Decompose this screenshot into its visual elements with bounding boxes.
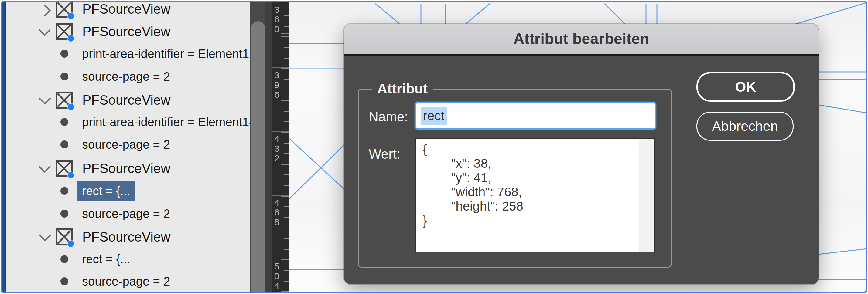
ruler-major-line (272, 259, 288, 259)
attribute-value-textarea[interactable]: { "x": 38, "y": 41, "width": 768, "heigh… (415, 138, 655, 253)
bullet-icon (60, 50, 68, 58)
blue-badge-icon (68, 104, 74, 110)
blue-badge-icon (68, 13, 74, 19)
bullet-icon (60, 210, 68, 218)
tree-node-pfsourceview[interactable]: PFSourceView (6, 2, 250, 20)
tree-attr-row[interactable]: source-page = 2 (6, 202, 250, 225)
tree-node-pfsourceview[interactable]: PFSourceView (6, 89, 250, 111)
ruler-label-432: 432 (274, 134, 282, 163)
source-view-icon (56, 2, 72, 18)
tree-node-label: PFSourceView (82, 161, 170, 176)
attribute-value-json: { "x": 38, "y": 41, "width": 768, "heigh… (416, 139, 639, 252)
tree-attr-label: source-page = 2 (78, 272, 175, 291)
chevron-down-icon[interactable] (38, 230, 51, 243)
bullet-icon (60, 118, 68, 126)
bullet-icon (60, 72, 68, 80)
chevron-down-icon[interactable] (38, 162, 51, 175)
sidebar-scrollbar-track[interactable] (250, 2, 272, 292)
tree-node-label: PFSourceView (82, 229, 170, 244)
bullet-icon (60, 255, 68, 263)
tree-attr-row[interactable]: source-page = 2 (6, 270, 250, 292)
blue-badge-icon (68, 240, 74, 247)
tree-attr-label: source-page = 2 (78, 135, 175, 154)
tree-attr-label: print-area-identifier = Element13 (78, 44, 250, 63)
ruler-label-360: 360 (274, 5, 282, 34)
textarea-scrollbar-track[interactable] (639, 139, 654, 252)
bullet-icon (60, 140, 68, 149)
chevron-down-icon[interactable] (38, 25, 51, 38)
scrollbar-track-edge (266, 2, 272, 292)
ok-button-label: OK (735, 78, 756, 95)
tree-attr-row[interactable]: rect = {... (6, 248, 250, 270)
tree-attr-row[interactable]: source-page = 2 (6, 133, 250, 156)
tree-attr-label-selected: rect = {... (78, 182, 135, 201)
sidebar-scrollbar-thumb[interactable] (251, 21, 265, 292)
bullet-icon (60, 277, 68, 285)
ok-button[interactable]: OK (696, 72, 795, 102)
blue-badge-icon (68, 35, 74, 41)
tree-attr-label: print-area-identifier = Element14 (78, 112, 250, 132)
tree-attr-label: source-page = 2 (78, 204, 175, 223)
groupbox-label: Attribut (372, 80, 433, 97)
tree-attr-label: rect = {... (78, 250, 135, 269)
tree-attr-row-selected[interactable]: rect = {... (6, 179, 250, 202)
window-left-edge (2, 2, 5, 292)
cancel-button-label: Abbrechen (712, 118, 778, 134)
tree-attr-row[interactable]: print-area-identifier = Element13 (6, 42, 250, 65)
ruler-label-396: 396 (274, 70, 282, 100)
source-view-icon (56, 160, 72, 177)
cancel-button[interactable]: Abbrechen (696, 112, 794, 141)
ruler-major-line (272, 195, 288, 196)
tree-node-pfsourceview[interactable]: PFSourceView (6, 20, 250, 43)
bullet-icon (60, 187, 68, 195)
attribute-name-input[interactable]: rect (415, 102, 656, 130)
structure-tree-panel: PFSourceView PFSourceView print-area-ide… (6, 2, 250, 292)
tree-node-label: PFSourceView (82, 2, 170, 17)
blue-badge-icon (68, 172, 74, 178)
ruler-label-504: 504 (274, 262, 282, 291)
chevron-down-icon[interactable] (38, 93, 51, 107)
dialog-title: Attribut bearbeiten (513, 30, 649, 47)
ruler-major-line (272, 131, 288, 132)
window-left-edge-line (5, 2, 6, 292)
source-view-icon (56, 228, 72, 246)
tree-attr-row[interactable]: source-page = 2 (6, 65, 250, 88)
value-field-label: Wert: (369, 146, 400, 162)
tree-node-label: PFSourceView (82, 24, 170, 39)
screenshot-root: PFSourceView PFSourceView print-area-ide… (0, 0, 868, 294)
dialog-titlebar[interactable]: Attribut bearbeiten (344, 24, 819, 56)
tree-attr-row[interactable]: print-area-identifier = Element14 (6, 111, 250, 133)
chevron-right-icon[interactable] (38, 2, 51, 16)
edit-attribute-dialog: Attribut bearbeiten Attribut Name: rect … (344, 24, 819, 284)
source-view-icon (56, 92, 72, 109)
tree-attr-label: source-page = 2 (78, 67, 175, 86)
selected-input-text: rect (421, 107, 447, 125)
tree-node-pfsourceview[interactable]: PFSourceView (6, 226, 250, 248)
name-field-label: Name: (369, 109, 408, 124)
source-view-icon (56, 23, 72, 40)
ruler-label-468: 468 (274, 198, 282, 227)
tree-node-pfsourceview[interactable]: PFSourceView (6, 157, 250, 179)
vertical-ruler: 360 396 432 468 504 (272, 2, 288, 292)
tree-node-label: PFSourceView (82, 93, 170, 108)
ruler-major-line (272, 67, 288, 68)
